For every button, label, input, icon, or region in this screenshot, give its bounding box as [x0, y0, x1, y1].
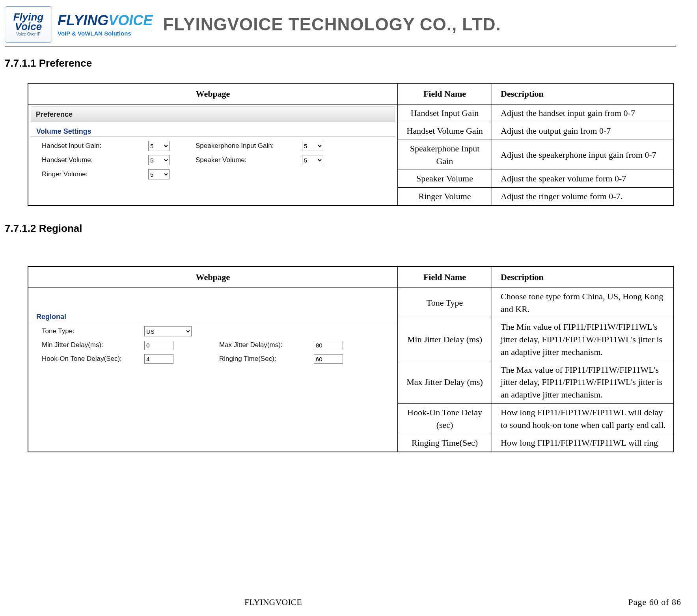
logo-wide-voice: VOICE [108, 12, 153, 28]
heading-regional: 7.7.1.2 Regional [5, 222, 681, 235]
section-title-volume-settings: Volume Settings [31, 126, 395, 137]
reg-row-desc: The Max value of FIP11/FIP11W/FIP11WL's … [492, 361, 674, 404]
reg-row-desc: How long FIP11/FIP11W/FIP11WL will ring [492, 434, 674, 452]
label-ringing-time: Ringing Time(Sec): [219, 354, 310, 364]
th-field-name: Field Name [398, 267, 492, 287]
logo-wide-sub: VoIP & VoWLAN Solutions [58, 29, 153, 37]
th-webpage: Webpage [28, 83, 398, 104]
pref-row-name: Handset Volume Gain [398, 122, 492, 140]
select-handset-input-gain[interactable]: 5 [148, 141, 170, 151]
label-tone-type: Tone Type: [42, 327, 140, 336]
label-hook-on-tone-delay: Hook-On Tone Delay(Sec): [42, 354, 140, 364]
input-min-jitter-delay[interactable] [144, 341, 173, 350]
reg-row-name: Tone Type [398, 288, 492, 318]
panel-title-preference: Preference [31, 106, 395, 122]
label-handset-volume: Handset Volume: [42, 155, 144, 165]
footer-left: FLYINGVOICE [244, 597, 302, 607]
preference-screenshot: Preference Volume Settings Handset Input… [28, 106, 397, 186]
pref-row-name: Speaker Volume [398, 170, 492, 188]
logo-square: Flying Voice Voice Over IP [5, 6, 52, 43]
input-hook-on-tone-delay[interactable] [144, 354, 173, 364]
th-description: Description [492, 83, 674, 104]
pref-row-name: Speakerphone Input Gain [398, 140, 492, 170]
logo-square-sub: Voice Over IP [16, 32, 40, 36]
header-divider [5, 47, 676, 47]
pref-row-name: Ringer Volume [398, 188, 492, 205]
page-footer: FLYINGVOICE Page 60 of 86 [0, 597, 681, 607]
th-field-name: Field Name [398, 83, 492, 104]
section-title-regional: Regional [31, 312, 395, 322]
label-speaker-volume: Speaker Volume: [196, 155, 298, 165]
regional-screenshot: Regional Tone Type: US Min Jitter Delay(… [28, 288, 397, 370]
reg-row-name: Ringing Time(Sec) [398, 434, 492, 452]
company-name: FLYINGVOICE TECHNOLOGY CO., LTD. [163, 15, 501, 34]
preference-screenshot-cell: Preference Volume Settings Handset Input… [28, 104, 398, 205]
select-handset-volume[interactable]: 5 [148, 155, 170, 165]
footer-right: Page 60 of 86 [628, 597, 681, 607]
logo-wide: FLYINGVOICE VoIP & VoWLAN Solutions [55, 12, 155, 37]
heading-preference: 7.7.1.1 Preference [5, 57, 681, 69]
select-tone-type[interactable]: US [144, 326, 192, 336]
reg-row-name: Hook-On Tone Delay (sec) [398, 404, 492, 434]
reg-row-desc: Choose tone type form China, US, Hong Ko… [492, 288, 674, 318]
label-max-jitter-delay: Max Jitter Delay(ms): [219, 340, 310, 350]
pref-row-desc: Adjust the handset input gain from 0-7 [492, 104, 674, 122]
label-ringer-volume: Ringer Volume: [42, 170, 144, 179]
select-speakerphone-input-gain[interactable]: 5 [302, 141, 323, 151]
label-handset-input-gain: Handset Input Gain: [42, 141, 144, 151]
th-description: Description [492, 267, 674, 287]
pref-row-desc: Adjust the output gain from 0-7 [492, 122, 674, 140]
preference-table: Webpage Field Name Description Preferenc… [28, 83, 674, 206]
input-ringing-time[interactable] [314, 354, 343, 364]
page-header: Flying Voice Voice Over IP FLYINGVOICE V… [5, 5, 681, 44]
reg-row-desc: How long FIP11/FIP11W/FIP11WL will delay… [492, 404, 674, 434]
pref-row-name: Handset Input Gain [398, 104, 492, 122]
pref-row-desc: Adjust the speaker volume form 0-7 [492, 170, 674, 188]
reg-row-name: Max Jitter Delay (ms) [398, 361, 492, 404]
logo-square-line2: Voice [15, 22, 42, 31]
logo-wide-fly: FLYING [58, 12, 108, 28]
label-min-jitter-delay: Min Jitter Delay(ms): [42, 340, 140, 350]
select-speaker-volume[interactable]: 5 [302, 155, 323, 165]
input-max-jitter-delay[interactable] [314, 341, 343, 350]
label-speakerphone-input-gain: Speakerphone Input Gain: [196, 141, 298, 151]
pref-row-desc: Adjust the speakerphone input gain from … [492, 140, 674, 170]
th-webpage: Webpage [28, 267, 398, 287]
regional-screenshot-cell: Regional Tone Type: US Min Jitter Delay(… [28, 288, 398, 452]
reg-row-desc: The Min value of FIP11/FIP11W/FIP11WL's … [492, 318, 674, 361]
select-ringer-volume[interactable]: 5 [148, 169, 170, 179]
regional-table: Webpage Field Name Description Regional … [28, 266, 674, 452]
reg-row-name: Min Jitter Delay (ms) [398, 318, 492, 361]
pref-row-desc: Adjust the ringer volume form 0-7. [492, 188, 674, 205]
